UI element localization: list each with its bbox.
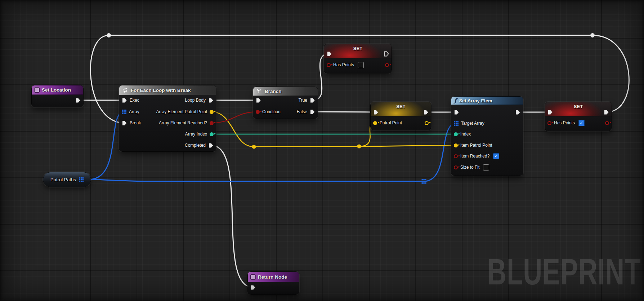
array-pin[interactable] bbox=[122, 110, 126, 114]
reroute-node-exec-right[interactable] bbox=[590, 33, 595, 37]
node-set-location[interactable]: Set Location bbox=[32, 85, 83, 107]
pin-row: Array Array Element Patrol Point bbox=[119, 107, 216, 116]
pin-label: Exec bbox=[130, 98, 139, 103]
node-header[interactable]: Return Node bbox=[248, 272, 299, 282]
pin-row: Condition False bbox=[253, 107, 318, 116]
exec-out-pin[interactable] bbox=[423, 110, 429, 115]
node-title: For Each Loop with Break bbox=[131, 88, 191, 93]
pin-label: False bbox=[297, 109, 307, 114]
pin-row bbox=[545, 107, 612, 117]
node-title: Return Node bbox=[258, 274, 287, 280]
pin-row: Has Points bbox=[545, 118, 612, 128]
pin-label: Target Array bbox=[461, 121, 484, 126]
exec-out-pin[interactable] bbox=[310, 109, 315, 115]
function-icon bbox=[35, 88, 39, 92]
reroute-node-yellow-2[interactable] bbox=[357, 145, 361, 149]
pin-label: Index bbox=[460, 132, 471, 137]
exec-in-pin[interactable] bbox=[454, 110, 459, 115]
pin-label: Break bbox=[130, 120, 141, 125]
pin-label: Patrol Point bbox=[380, 120, 402, 125]
bool-checkbox[interactable] bbox=[358, 62, 364, 68]
data-in-pin[interactable] bbox=[454, 143, 458, 147]
exec-in-pin[interactable] bbox=[373, 110, 379, 115]
node-set-has-points-top[interactable]: SET Has Points bbox=[324, 44, 392, 73]
pin-label: Size to Fit bbox=[460, 165, 479, 170]
exec-out-pin[interactable] bbox=[75, 98, 81, 103]
data-in-pin[interactable] bbox=[454, 154, 458, 158]
data-in-pin[interactable] bbox=[256, 110, 260, 114]
pin-label: Array Index bbox=[185, 132, 207, 137]
wire-arrayelement-to-reroute1[interactable] bbox=[211, 112, 254, 147]
array-pin[interactable] bbox=[454, 121, 459, 126]
exec-in-pin[interactable] bbox=[327, 51, 332, 57]
reroute-node-array[interactable] bbox=[422, 179, 426, 184]
bool-checkbox[interactable] bbox=[493, 153, 499, 159]
node-header[interactable]: Branch bbox=[253, 87, 318, 96]
data-out-pin[interactable] bbox=[210, 110, 214, 114]
pin-label: Completed bbox=[185, 143, 206, 148]
data-out-pin[interactable] bbox=[385, 63, 389, 67]
pin-row: Completed bbox=[119, 141, 216, 150]
exec-out-pin[interactable] bbox=[384, 51, 389, 57]
function-f-icon: ƒ bbox=[454, 98, 456, 103]
blueprint-graph-canvas[interactable]: BLUEPRINT Set Location bbox=[0, 0, 644, 301]
node-title: Set Location bbox=[42, 87, 71, 93]
wire-false-to-set-patrolpoint[interactable] bbox=[313, 112, 376, 112]
pin-row: Exec Loop Body bbox=[119, 96, 216, 105]
data-out-pin[interactable] bbox=[425, 121, 429, 125]
exec-out-pin[interactable] bbox=[208, 98, 214, 103]
exec-out-pin[interactable] bbox=[604, 110, 609, 115]
data-in-pin[interactable] bbox=[454, 132, 458, 136]
pin-label: Loop Body bbox=[185, 98, 206, 103]
node-for-each-loop-with-break[interactable]: For Each Loop with Break Exec Loop Body … bbox=[119, 85, 216, 151]
pin-row: True bbox=[253, 96, 318, 105]
node-branch[interactable]: Branch True Condition False bbox=[253, 87, 318, 119]
node-patrol-paths-getter[interactable]: Patrol Paths bbox=[43, 172, 91, 187]
pin-label: Array bbox=[129, 109, 139, 114]
exec-in-pin[interactable] bbox=[256, 98, 261, 103]
exec-in-pin[interactable] bbox=[547, 110, 553, 115]
pin-row bbox=[248, 283, 299, 292]
data-in-pin[interactable] bbox=[547, 121, 551, 125]
node-set-array-elem[interactable]: ƒ Set Array Elem Target Array Index Item… bbox=[451, 97, 523, 176]
pin-row: Array Index bbox=[119, 129, 216, 139]
wire-reroute1-to-reroute2[interactable] bbox=[254, 146, 359, 147]
exec-in-pin[interactable] bbox=[250, 285, 256, 290]
node-header[interactable]: ƒ Set Array Elem bbox=[451, 97, 523, 105]
bool-checkbox[interactable] bbox=[483, 164, 489, 171]
exec-in-pin[interactable] bbox=[122, 120, 127, 126]
node-header[interactable]: Set Location bbox=[32, 85, 83, 95]
pin-row: Index bbox=[451, 129, 523, 139]
pin-label: Array Element Reached? bbox=[159, 120, 207, 125]
exec-out-pin[interactable] bbox=[310, 98, 315, 103]
pin-row: Item Patrol Point bbox=[451, 141, 523, 150]
array-out-pin[interactable] bbox=[79, 177, 84, 182]
pin-row bbox=[371, 107, 431, 117]
reroute-node-exec-left[interactable] bbox=[107, 33, 111, 37]
bool-checkbox[interactable] bbox=[578, 120, 585, 126]
data-in-pin[interactable] bbox=[327, 63, 331, 67]
node-return-node[interactable]: Return Node bbox=[248, 272, 299, 295]
pin-label: Has Points bbox=[333, 62, 354, 67]
pin-label: Condition bbox=[262, 109, 281, 114]
exec-out-pin[interactable] bbox=[515, 110, 520, 115]
pin-row bbox=[324, 49, 392, 58]
exec-out-pin[interactable] bbox=[208, 143, 214, 148]
wire-reroute2-to-itempatrolpoint[interactable] bbox=[359, 145, 456, 146]
data-out-pin[interactable] bbox=[605, 121, 609, 125]
node-header[interactable]: For Each Loop with Break bbox=[119, 85, 216, 95]
pin-row: Size to Fit bbox=[451, 163, 523, 172]
data-out-pin[interactable] bbox=[210, 132, 214, 136]
reroute-node-yellow-1[interactable] bbox=[252, 145, 256, 149]
exec-in-pin[interactable] bbox=[122, 98, 127, 103]
pin-label: Array Element Patrol Point bbox=[156, 109, 207, 114]
data-in-pin[interactable] bbox=[373, 121, 377, 125]
wire-layer bbox=[0, 0, 644, 301]
wire-completed-to-returnnode[interactable] bbox=[211, 145, 253, 287]
pin-row: Target Array bbox=[451, 119, 523, 128]
node-set-has-points-right[interactable]: SET Has Points bbox=[545, 102, 612, 131]
node-set-patrol-point[interactable]: SET Patrol Point bbox=[371, 102, 431, 130]
pin-row bbox=[451, 107, 523, 117]
data-in-pin[interactable] bbox=[454, 165, 458, 169]
data-out-pin[interactable] bbox=[210, 121, 214, 125]
